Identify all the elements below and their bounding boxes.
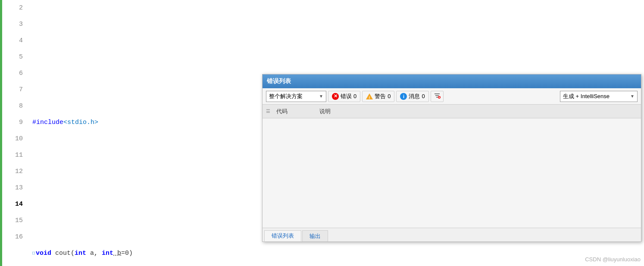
kw-void: void — [36, 245, 51, 262]
svg-text:!: ! — [369, 96, 370, 99]
hash: #include — [32, 114, 63, 131]
info-count: 0 — [422, 93, 425, 99]
error-filter-button[interactable]: ✕ 错误 0 — [328, 91, 360, 102]
error-table: ☰ 代码 说明 — [263, 105, 641, 228]
collapse-icon-5[interactable]: □ — [32, 245, 35, 262]
line-num-9: 9 — [2, 114, 23, 131]
fn-cout-name: cout( — [51, 245, 75, 262]
line-num-4: 4 — [2, 33, 23, 49]
param-b-eq: =0) — [121, 245, 133, 262]
watermark: CSDN @liuyunluoxiao — [585, 256, 641, 263]
error-panel-toolbar: 整个解决方案 ▼ ✕ 错误 0 ! 警告 0 i 消息 0 — [263, 88, 641, 105]
line-num-14: 14 — [2, 196, 23, 213]
filter-button[interactable] — [431, 91, 444, 102]
error-panel: 错误列表 整个解决方案 ▼ ✕ 错误 0 ! 警告 0 i 消息 — [262, 74, 641, 242]
error-panel-header: 错误列表 — [263, 74, 641, 88]
tab-output[interactable]: 输出 — [302, 230, 328, 241]
error-circle-icon: ✕ — [332, 93, 339, 100]
line-num-7: 7 — [2, 82, 23, 98]
info-filter-button[interactable]: i 消息 0 — [396, 91, 428, 102]
error-count: 0 — [353, 93, 356, 99]
error-table-header: ☰ 代码 说明 — [263, 105, 641, 118]
col-code-header: 代码 — [276, 108, 319, 115]
warning-triangle-icon: ! — [366, 93, 373, 100]
code-line-2 — [32, 49, 644, 65]
code-line-5: □void cout(int a, int b=0) — [32, 245, 644, 262]
tab-output-label: 输出 — [309, 232, 321, 240]
line-num-5: 5 — [2, 49, 23, 65]
scope-dropdown-arrow-icon: ▼ — [319, 94, 323, 99]
line-num-3: 3 — [2, 16, 23, 33]
scope-label: 整个解决方案 — [269, 93, 317, 100]
warning-count: 0 — [388, 93, 391, 99]
kw-int-a: int — [75, 245, 86, 262]
tab-error-list[interactable]: 错误列表 — [264, 230, 301, 241]
build-label: 生成 + IntelliSense — [563, 93, 630, 100]
error-panel-title: 错误列表 — [267, 77, 291, 85]
line-num-8: 8 — [2, 98, 23, 114]
col-desc-header: 说明 — [319, 108, 638, 115]
tab-error-list-label: 错误列表 — [272, 232, 294, 240]
line-numbers: 2 3 4 5 6 7 8 9 10 11 12 13 14 15 16 — [2, 0, 28, 266]
param-b: b — [113, 245, 121, 262]
warning-filter-button[interactable]: ! 警告 0 — [362, 91, 394, 102]
filter-icon — [434, 92, 441, 100]
error-panel-tabs: 错误列表 输出 — [263, 228, 641, 241]
warning-label: 警告 — [375, 93, 386, 100]
col-icon-header: ☰ — [266, 108, 276, 114]
line-num-15: 15 — [2, 213, 23, 229]
line-num-2: 2 — [2, 0, 23, 16]
error-table-body — [263, 118, 641, 228]
build-dropdown[interactable]: 生成 + IntelliSense ▼ — [560, 91, 638, 102]
scope-dropdown[interactable]: 整个解决方案 ▼ — [266, 91, 326, 102]
include-path: <stdio.h> — [63, 114, 98, 131]
line-num-10: 10 — [2, 131, 23, 147]
line-num-6: 6 — [2, 65, 23, 82]
line-num-13: 13 — [2, 180, 23, 196]
kw-int-b: int — [102, 245, 113, 262]
info-circle-icon: i — [400, 93, 407, 100]
line-num-11: 11 — [2, 147, 23, 164]
line-num-12: 12 — [2, 164, 23, 180]
line-num-16: 16 — [2, 229, 23, 245]
build-dropdown-arrow-icon: ▼ — [630, 94, 635, 99]
info-label: 消息 — [409, 93, 420, 100]
param-a: a, — [86, 245, 102, 262]
error-label: 错误 — [341, 93, 352, 100]
